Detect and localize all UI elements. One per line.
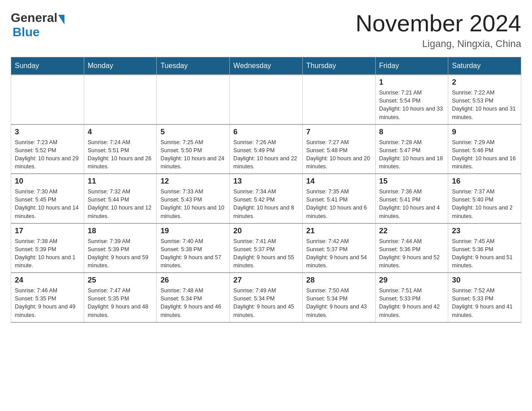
weekday-header-saturday: Saturday: [448, 57, 521, 75]
day-info: Sunrise: 7:21 AM Sunset: 5:54 PM Dayligh…: [379, 89, 445, 121]
day-info: Sunrise: 7:39 AM Sunset: 5:39 PM Dayligh…: [88, 237, 153, 270]
month-title: November 2024: [356, 11, 521, 36]
day-info: Sunrise: 7:24 AM Sunset: 5:51 PM Dayligh…: [88, 138, 153, 171]
day-number: 15: [379, 177, 445, 186]
day-info: Sunrise: 7:26 AM Sunset: 5:49 PM Dayligh…: [233, 138, 299, 171]
day-number: 2: [452, 78, 517, 87]
day-number: 6: [233, 128, 299, 137]
day-number: 10: [15, 177, 80, 186]
day-info: Sunrise: 7:38 AM Sunset: 5:39 PM Dayligh…: [15, 237, 80, 270]
calendar-cell: 27Sunrise: 7:49 AM Sunset: 5:34 PM Dayli…: [230, 273, 303, 322]
day-number: 23: [452, 227, 517, 235]
day-number: 18: [88, 227, 153, 235]
calendar-cell: 22Sunrise: 7:44 AM Sunset: 5:36 PM Dayli…: [375, 223, 448, 273]
calendar-cell: [157, 75, 230, 124]
day-number: 4: [88, 128, 153, 137]
calendar-week-row: 24Sunrise: 7:46 AM Sunset: 5:35 PM Dayli…: [11, 273, 521, 322]
day-info: Sunrise: 7:22 AM Sunset: 5:53 PM Dayligh…: [452, 89, 517, 121]
day-number: 14: [306, 177, 372, 186]
day-number: 30: [452, 276, 517, 285]
day-info: Sunrise: 7:49 AM Sunset: 5:34 PM Dayligh…: [233, 287, 299, 319]
day-info: Sunrise: 7:29 AM Sunset: 5:46 PM Dayligh…: [452, 138, 517, 171]
calendar-cell: 12Sunrise: 7:33 AM Sunset: 5:43 PM Dayli…: [157, 174, 230, 223]
day-info: Sunrise: 7:32 AM Sunset: 5:44 PM Dayligh…: [88, 188, 153, 220]
day-number: 12: [160, 177, 226, 186]
calendar-cell: 16Sunrise: 7:37 AM Sunset: 5:40 PM Dayli…: [448, 174, 521, 223]
day-number: 21: [306, 227, 372, 235]
day-info: Sunrise: 7:36 AM Sunset: 5:41 PM Dayligh…: [379, 188, 445, 220]
day-info: Sunrise: 7:44 AM Sunset: 5:36 PM Dayligh…: [379, 237, 445, 270]
day-info: Sunrise: 7:45 AM Sunset: 5:36 PM Dayligh…: [452, 237, 517, 270]
calendar-body: 1Sunrise: 7:21 AM Sunset: 5:54 PM Daylig…: [11, 75, 521, 322]
weekday-header-row: SundayMondayTuesdayWednesdayThursdayFrid…: [11, 57, 521, 75]
day-info: Sunrise: 7:23 AM Sunset: 5:52 PM Dayligh…: [15, 138, 80, 171]
calendar-week-row: 1Sunrise: 7:21 AM Sunset: 5:54 PM Daylig…: [11, 75, 521, 124]
weekday-header-friday: Friday: [375, 57, 448, 75]
day-info: Sunrise: 7:37 AM Sunset: 5:40 PM Dayligh…: [452, 188, 517, 220]
calendar-week-row: 3Sunrise: 7:23 AM Sunset: 5:52 PM Daylig…: [11, 124, 521, 174]
calendar-cell: 25Sunrise: 7:47 AM Sunset: 5:35 PM Dayli…: [84, 273, 157, 322]
calendar-cell: 13Sunrise: 7:34 AM Sunset: 5:42 PM Dayli…: [230, 174, 303, 223]
day-number: 1: [379, 78, 445, 87]
weekday-header-sunday: Sunday: [11, 57, 84, 75]
calendar-week-row: 10Sunrise: 7:30 AM Sunset: 5:45 PM Dayli…: [11, 174, 521, 223]
calendar-cell: 10Sunrise: 7:30 AM Sunset: 5:45 PM Dayli…: [11, 174, 84, 223]
calendar-cell: 11Sunrise: 7:32 AM Sunset: 5:44 PM Dayli…: [84, 174, 157, 223]
day-info: Sunrise: 7:28 AM Sunset: 5:47 PM Dayligh…: [379, 138, 445, 171]
day-info: Sunrise: 7:51 AM Sunset: 5:33 PM Dayligh…: [379, 287, 445, 319]
day-number: 11: [88, 177, 153, 186]
day-number: 29: [379, 276, 445, 285]
day-number: 25: [88, 276, 153, 285]
weekday-header-tuesday: Tuesday: [157, 57, 230, 75]
calendar-cell: 26Sunrise: 7:48 AM Sunset: 5:34 PM Dayli…: [157, 273, 230, 322]
day-number: 26: [160, 276, 226, 285]
day-info: Sunrise: 7:33 AM Sunset: 5:43 PM Dayligh…: [160, 188, 226, 220]
calendar-cell: [11, 75, 84, 124]
calendar-cell: 1Sunrise: 7:21 AM Sunset: 5:54 PM Daylig…: [375, 75, 448, 124]
day-info: Sunrise: 7:35 AM Sunset: 5:41 PM Dayligh…: [306, 188, 372, 220]
logo-text: General: [11, 11, 65, 25]
day-number: 7: [306, 128, 372, 137]
calendar-cell: 20Sunrise: 7:41 AM Sunset: 5:37 PM Dayli…: [230, 223, 303, 273]
day-info: Sunrise: 7:42 AM Sunset: 5:37 PM Dayligh…: [306, 237, 372, 270]
calendar-cell: 29Sunrise: 7:51 AM Sunset: 5:33 PM Dayli…: [375, 273, 448, 322]
day-info: Sunrise: 7:50 AM Sunset: 5:34 PM Dayligh…: [306, 287, 372, 319]
calendar-week-row: 17Sunrise: 7:38 AM Sunset: 5:39 PM Dayli…: [11, 223, 521, 273]
calendar-cell: [84, 75, 157, 124]
calendar-cell: 17Sunrise: 7:38 AM Sunset: 5:39 PM Dayli…: [11, 223, 84, 273]
calendar-cell: 4Sunrise: 7:24 AM Sunset: 5:51 PM Daylig…: [84, 124, 157, 174]
day-number: 24: [15, 276, 80, 285]
calendar-cell: 6Sunrise: 7:26 AM Sunset: 5:49 PM Daylig…: [230, 124, 303, 174]
calendar-table: SundayMondayTuesdayWednesdayThursdayFrid…: [11, 57, 521, 323]
calendar-cell: 30Sunrise: 7:52 AM Sunset: 5:33 PM Dayli…: [448, 273, 521, 322]
weekday-header-wednesday: Wednesday: [230, 57, 303, 75]
calendar-cell: 18Sunrise: 7:39 AM Sunset: 5:39 PM Dayli…: [84, 223, 157, 273]
calendar-cell: [230, 75, 303, 124]
day-info: Sunrise: 7:41 AM Sunset: 5:37 PM Dayligh…: [233, 237, 299, 270]
day-info: Sunrise: 7:27 AM Sunset: 5:48 PM Dayligh…: [306, 138, 372, 171]
weekday-header-monday: Monday: [84, 57, 157, 75]
day-number: 9: [452, 128, 517, 137]
day-number: 8: [379, 128, 445, 137]
calendar-cell: 15Sunrise: 7:36 AM Sunset: 5:41 PM Dayli…: [375, 174, 448, 223]
title-section: November 2024 Ligang, Ningxia, China: [356, 11, 521, 50]
calendar-cell: 24Sunrise: 7:46 AM Sunset: 5:35 PM Dayli…: [11, 273, 84, 322]
day-number: 27: [233, 276, 299, 285]
weekday-header-thursday: Thursday: [302, 57, 375, 75]
logo-blue: Blue: [13, 25, 65, 39]
calendar-cell: 19Sunrise: 7:40 AM Sunset: 5:38 PM Dayli…: [157, 223, 230, 273]
day-number: 20: [233, 227, 299, 235]
day-info: Sunrise: 7:46 AM Sunset: 5:35 PM Dayligh…: [15, 287, 80, 319]
logo-general: General: [11, 11, 57, 25]
day-number: 19: [160, 227, 226, 235]
calendar-cell: 9Sunrise: 7:29 AM Sunset: 5:46 PM Daylig…: [448, 124, 521, 174]
calendar-header: SundayMondayTuesdayWednesdayThursdayFrid…: [11, 57, 521, 75]
calendar-cell: 7Sunrise: 7:27 AM Sunset: 5:48 PM Daylig…: [302, 124, 375, 174]
calendar-cell: 28Sunrise: 7:50 AM Sunset: 5:34 PM Dayli…: [302, 273, 375, 322]
day-number: 16: [452, 177, 517, 186]
day-info: Sunrise: 7:34 AM Sunset: 5:42 PM Dayligh…: [233, 188, 299, 220]
day-number: 13: [233, 177, 299, 186]
page-header: General Blue November 2024 Ligang, Ningx…: [11, 11, 521, 50]
location-title: Ligang, Ningxia, China: [356, 38, 521, 50]
day-info: Sunrise: 7:30 AM Sunset: 5:45 PM Dayligh…: [15, 188, 80, 220]
